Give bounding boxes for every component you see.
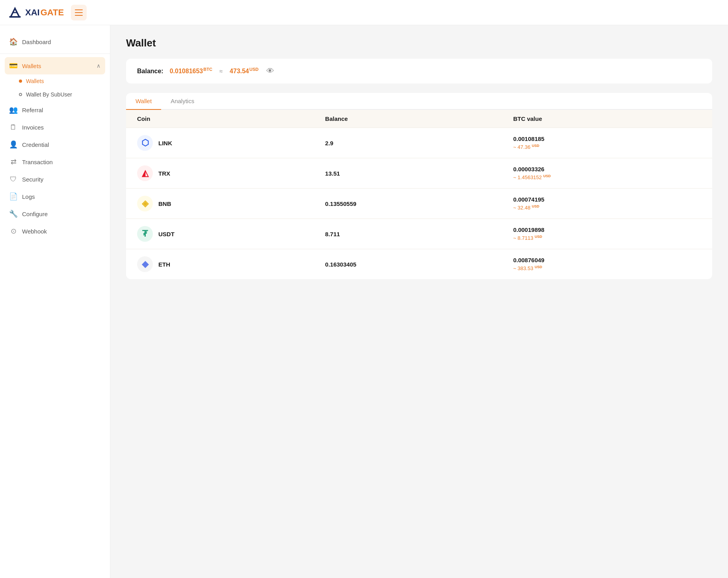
coin-icon-usdt: ₮ [137,226,153,242]
tabs: Wallet Analytics [126,93,712,110]
table-row: ⬡ LINK 2.9 0.00108185 ~ 47.36 USD [126,128,712,158]
wallet-table: Wallet Analytics Coin Balance BTC value … [126,93,712,279]
coin-name: ETH [158,261,170,268]
sidebar-item-wallets-sub[interactable]: Wallets [0,74,110,88]
sidebar-item-dashboard[interactable]: 🏠 Dashboard [0,33,110,50]
table-row: ◈ BNB 0.13550559 0.00074195 ~ 32.48 USD [126,188,712,219]
balance-card: Balance: 0.01081653BTC ≈ 473.54USD 👁 [126,59,712,83]
table-row: ◆ ETH 0.16303405 0.00876049 ~ 383.53 USD [126,249,712,279]
sidebar-item-wallet-by-subuser[interactable]: Wallet By SubUser [0,88,110,101]
sidebar-item-transaction[interactable]: ⇄ Transaction [0,153,110,170]
invoices-icon: 🗒 [9,123,17,131]
sidebar-label-dashboard: Dashboard [22,39,51,45]
coin-cell: ◈ BNB [137,196,325,211]
balance-cell: 0.13550559 [325,200,513,207]
col-header-balance: Balance [325,115,513,122]
btc-cell: 0.00108185 ~ 47.36 USD [513,135,701,150]
coin-cell: ₮ USDT [137,226,325,242]
balance-usd-value: 473.54USD [230,67,258,75]
sidebar-label-wallet-by-subuser: Wallet By SubUser [26,91,72,98]
coin-name: TRX [158,170,170,177]
wallet-icon: 💳 [9,62,17,70]
inactive-dot-icon [19,93,22,96]
sidebar-label-transaction: Transaction [22,159,53,165]
sidebar-label-wallets: Wallets [22,63,41,69]
usd-equiv: ~ 8.7113 USD [513,235,701,241]
sidebar-item-credential[interactable]: 👤 Credential [0,136,110,153]
active-dot-icon [19,80,22,83]
referral-icon: 👥 [9,106,17,114]
table-row: ◭ TRX 13.51 0.00003326 ~ 1.4563152 USD [126,158,712,188]
balance-cell: 2.9 [325,140,513,146]
usd-equiv: ~ 1.4563152 USD [513,174,701,180]
usd-equiv: ~ 47.36 USD [513,144,701,150]
balance-usd-number: 473.54 [230,68,249,75]
hamburger-button[interactable] [71,5,87,20]
sidebar-item-logs[interactable]: 📄 Logs [0,188,110,205]
hamburger-line-3 [75,15,83,16]
tab-analytics[interactable]: Analytics [161,93,204,110]
coin-icon-eth: ◆ [137,256,153,272]
btc-value: 0.00108185 [513,135,701,142]
balance-label: Balance: [137,68,163,75]
sidebar-label-referral: Referral [22,107,43,113]
balance-cell: 0.16303405 [325,261,513,268]
col-header-coin: Coin [137,115,325,122]
btc-cell: 0.00876049 ~ 383.53 USD [513,257,701,271]
sidebar-label-credential: Credential [22,141,49,148]
sidebar-label-security: Security [22,176,43,183]
btc-value: 0.00074195 [513,196,701,203]
sidebar-item-configure[interactable]: 🔧 Configure [0,205,110,222]
credential-icon: 👤 [9,141,17,148]
balance-btc-number: 0.01081653 [170,68,203,75]
coin-icon-trx: ◭ [137,165,153,181]
eye-icon[interactable]: 👁 [266,67,274,76]
btc-value: 0.00019898 [513,226,701,233]
balance-cell: 8.711 [325,231,513,237]
sidebar-item-referral[interactable]: 👥 Referral [0,101,110,119]
table-header: Coin Balance BTC value [126,110,712,128]
hamburger-line-2 [75,12,83,13]
col-header-btc-value: BTC value [513,115,701,122]
sidebar-divider-1 [0,54,110,54]
sidebar-label-webhook: Webhook [22,228,47,235]
balance-usd-unit: USD [249,67,258,72]
main-content: Wallet Balance: 0.01081653BTC ≈ 473.54US… [110,25,728,578]
sidebar: 🏠 Dashboard 💳 Wallets ∧ Wallets Wallet B… [0,25,110,578]
logo: XAIGATE [8,6,64,20]
coin-cell: ◆ ETH [137,256,325,272]
header: XAIGATE [0,0,728,25]
sidebar-item-invoices[interactable]: 🗒 Invoices [0,119,110,136]
sidebar-label-invoices: Invoices [22,124,44,131]
transaction-icon: ⇄ [9,158,17,166]
coin-cell: ◭ TRX [137,165,325,181]
btc-value: 0.00003326 [513,166,701,172]
btc-value: 0.00876049 [513,257,701,263]
logs-icon: 📄 [9,193,17,200]
sidebar-sub-wallets: Wallets Wallet By SubUser [0,74,110,101]
sidebar-item-webhook[interactable]: ⊙ Webhook [0,222,110,240]
page-title: Wallet [126,37,712,49]
sidebar-item-wallets[interactable]: 💳 Wallets ∧ [5,57,105,74]
configure-icon: 🔧 [9,210,17,218]
chevron-up-icon: ∧ [97,63,100,69]
coin-name: BNB [158,200,171,207]
btc-cell: 0.00003326 ~ 1.4563152 USD [513,166,701,180]
home-icon: 🏠 [9,38,17,46]
btc-cell: 0.00074195 ~ 32.48 USD [513,196,701,211]
sidebar-label-configure: Configure [22,211,48,217]
usd-equiv: ~ 383.53 USD [513,265,701,271]
coin-icon-link: ⬡ [137,135,153,151]
logo-icon [8,6,22,20]
coin-cell: ⬡ LINK [137,135,325,151]
sidebar-item-security[interactable]: 🛡 Security [0,170,110,188]
table-row: ₮ USDT 8.711 0.00019898 ~ 8.7113 USD [126,219,712,249]
usd-equiv: ~ 32.48 USD [513,204,701,211]
tab-wallet[interactable]: Wallet [126,93,161,110]
balance-cell: 13.51 [325,170,513,177]
sidebar-label-wallets-sub: Wallets [26,78,44,84]
balance-btc-unit: BTC [203,67,212,72]
sidebar-label-logs: Logs [22,193,35,200]
coin-name: USDT [158,231,175,237]
balance-approx-symbol: ≈ [219,68,223,74]
